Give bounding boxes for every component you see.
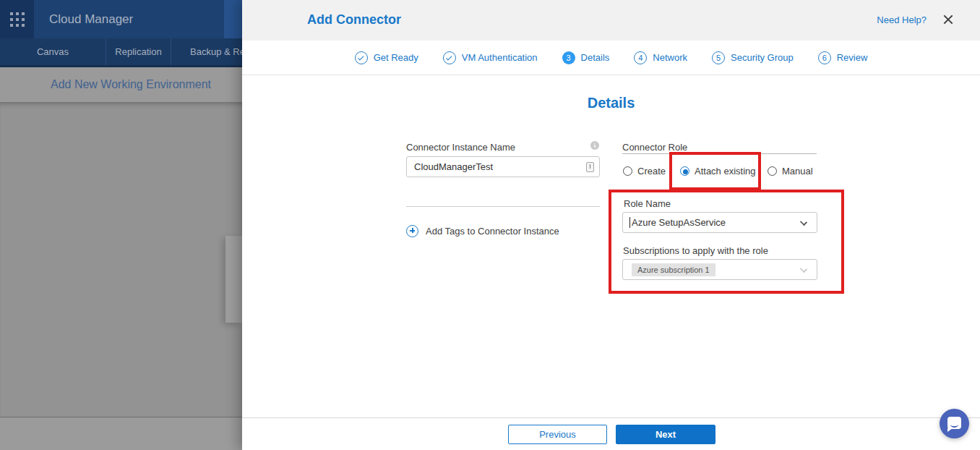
character-counter-icon bbox=[586, 162, 594, 172]
subscriptions-select[interactable]: Azure subscription 1 bbox=[622, 259, 817, 280]
step-done-circle bbox=[355, 51, 368, 64]
step-label: VM Authentication bbox=[462, 52, 538, 63]
chevron-down-icon bbox=[800, 266, 807, 273]
page-title: Add New Working Environment bbox=[51, 67, 211, 102]
connector-instance-name-value: CloudManagerTest bbox=[414, 157, 493, 177]
page-title-bar: Add New Working Environment bbox=[0, 67, 242, 102]
app-header: Cloud Manager bbox=[0, 0, 242, 38]
check-icon bbox=[358, 54, 364, 60]
tab-backup-restore[interactable]: Backup & Rest bbox=[190, 38, 242, 65]
next-button[interactable]: Next bbox=[616, 425, 715, 444]
radio-circle bbox=[623, 166, 632, 176]
tab-canvas[interactable]: Canvas bbox=[0, 38, 106, 65]
step-vm-authentication[interactable]: VM Authentication bbox=[443, 51, 538, 64]
chat-bubble-icon bbox=[947, 417, 961, 429]
step-label: Security Group bbox=[731, 52, 794, 63]
role-name-select[interactable]: Azure SetupAsService bbox=[622, 212, 817, 233]
step-review[interactable]: 6 Review bbox=[818, 51, 868, 64]
header-accent-band bbox=[224, 0, 242, 38]
check-icon bbox=[446, 54, 452, 60]
form-divider bbox=[406, 206, 600, 207]
dimmed-background-app: Cloud Manager Canvas Replication Backup … bbox=[0, 0, 242, 450]
step-label: Details bbox=[581, 52, 610, 63]
tab-replication[interactable]: Replication bbox=[106, 38, 171, 65]
footer-divider bbox=[242, 417, 980, 418]
subscription-tag: Azure subscription 1 bbox=[632, 263, 715, 276]
section-title: Details bbox=[242, 95, 980, 111]
step-details[interactable]: 3 Details bbox=[562, 51, 610, 64]
connector-role-underline bbox=[622, 153, 817, 154]
radio-label: Create bbox=[637, 166, 666, 177]
app-title: Cloud Manager bbox=[49, 0, 133, 38]
dimmed-footer-bar bbox=[0, 417, 242, 450]
dimmed-canvas-area bbox=[0, 102, 242, 417]
tab-divider bbox=[171, 38, 171, 65]
radio-circle bbox=[768, 166, 777, 176]
radio-label: Manual bbox=[782, 166, 813, 177]
radio-circle bbox=[680, 166, 689, 176]
subscriptions-label: Subscriptions to apply with the role bbox=[623, 245, 768, 256]
step-number-circle: 3 bbox=[562, 51, 575, 64]
role-name-value: Azure SetupAsService bbox=[632, 213, 726, 232]
previous-button[interactable]: Previous bbox=[508, 425, 607, 444]
step-security-group[interactable]: 5 Security Group bbox=[712, 51, 794, 64]
info-icon[interactable] bbox=[590, 141, 599, 150]
step-label: Get Ready bbox=[374, 52, 418, 63]
add-tags-link[interactable]: Add Tags to Connector Instance bbox=[406, 224, 559, 237]
step-number-circle: 6 bbox=[818, 51, 831, 64]
radio-attach-existing[interactable]: Attach existing bbox=[680, 166, 756, 177]
add-connector-modal: Add Connector Need Help? Get Ready VM Au… bbox=[242, 0, 980, 450]
radio-create[interactable]: Create bbox=[623, 166, 666, 177]
role-name-label: Role Name bbox=[624, 198, 671, 209]
connector-instance-name-label: Connector Instance Name bbox=[406, 142, 515, 153]
connector-instance-name-input[interactable]: CloudManagerTest bbox=[406, 156, 600, 177]
step-number-circle: 4 bbox=[634, 51, 647, 64]
close-icon[interactable] bbox=[942, 14, 954, 25]
chat-widget-button[interactable] bbox=[940, 409, 969, 438]
modal-title: Add Connector bbox=[307, 12, 401, 27]
radio-manual[interactable]: Manual bbox=[768, 166, 813, 177]
modal-header: Add Connector Need Help? bbox=[242, 0, 980, 41]
step-network[interactable]: 4 Network bbox=[634, 51, 687, 64]
connector-role-label: Connector Role bbox=[622, 142, 687, 153]
grid-icon bbox=[10, 12, 25, 27]
app-launcher-button[interactable] bbox=[0, 0, 34, 38]
app-nav-tabs: Canvas Replication Backup & Rest bbox=[0, 38, 242, 67]
step-label: Network bbox=[653, 52, 687, 63]
text-caret bbox=[629, 217, 630, 228]
radio-label: Attach existing bbox=[695, 166, 756, 177]
wizard-steps-bar: Get Ready VM Authentication 3 Details 4 … bbox=[242, 41, 980, 75]
add-tags-label: Add Tags to Connector Instance bbox=[426, 226, 559, 237]
step-done-circle bbox=[443, 51, 456, 64]
chevron-down-icon bbox=[800, 218, 807, 226]
step-get-ready[interactable]: Get Ready bbox=[355, 51, 418, 64]
need-help-link[interactable]: Need Help? bbox=[877, 14, 927, 25]
step-label: Review bbox=[837, 52, 868, 63]
step-number-circle: 5 bbox=[712, 51, 725, 64]
dimmed-panel-edge bbox=[225, 236, 242, 323]
plus-circle-icon bbox=[406, 225, 418, 237]
